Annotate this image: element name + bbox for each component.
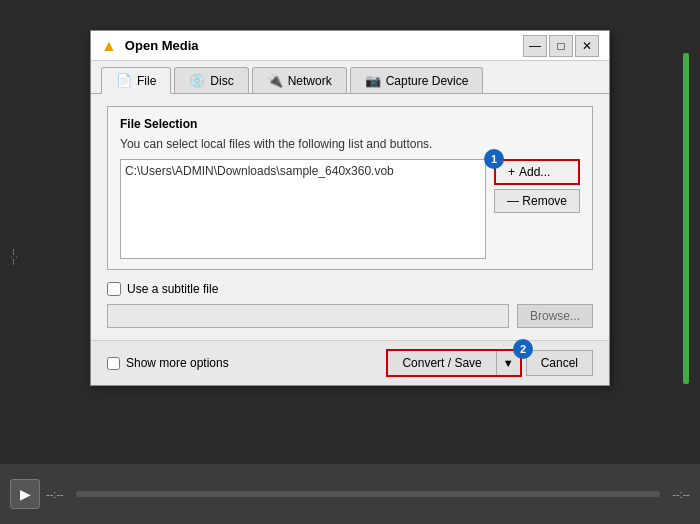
subtitle-label-text: Use a subtitle file xyxy=(127,282,218,296)
vlc-dialog-icon: ▲ xyxy=(101,37,117,55)
show-more-text: Show more options xyxy=(126,356,229,370)
file-area: C:\Users\ADMIN\Downloads\sample_640x360.… xyxy=(120,159,580,259)
open-media-dialog: ▲ Open Media — □ ✕ 📄 File 💿 Disc 🔌 Netwo… xyxy=(90,30,610,386)
show-more-options-label[interactable]: Show more options xyxy=(107,356,386,370)
progress-bar[interactable] xyxy=(76,491,661,497)
cancel-button[interactable]: Cancel xyxy=(526,350,593,376)
time-display-total: --:-- xyxy=(672,488,690,500)
subtitle-file-input[interactable] xyxy=(107,304,509,328)
tab-disc[interactable]: 💿 Disc xyxy=(174,67,248,93)
file-selection-group: File Selection You can select local file… xyxy=(107,106,593,270)
file-buttons: 1 + Add... — Remove xyxy=(494,159,580,213)
file-selection-label: File Selection xyxy=(120,117,580,131)
dialog-minimize-button[interactable]: — xyxy=(523,35,547,57)
remove-button[interactable]: — Remove xyxy=(494,189,580,213)
bottom-buttons: 2 Convert / Save ▼ Cancel xyxy=(386,349,593,377)
badge-2: 2 xyxy=(513,339,533,359)
tab-disc-label: Disc xyxy=(210,74,233,88)
tab-file-label: File xyxy=(137,74,156,88)
dialog-maximize-button[interactable]: □ xyxy=(549,35,573,57)
vlc-bottom-bar: ▶ --:-- --:-- xyxy=(0,464,700,524)
volume-indicator xyxy=(683,53,689,384)
file-list[interactable]: C:\Users\ADMIN\Downloads\sample_640x360.… xyxy=(120,159,486,259)
subtitle-checkbox[interactable] xyxy=(107,282,121,296)
file-list-item: C:\Users\ADMIN\Downloads\sample_640x360.… xyxy=(125,164,481,178)
dialog-title: Open Media xyxy=(125,38,523,53)
dialog-content: File Selection You can select local file… xyxy=(91,94,609,340)
vlc-right-panel xyxy=(672,50,700,464)
disc-tab-icon: 💿 xyxy=(189,73,205,88)
tab-network-label: Network xyxy=(288,74,332,88)
tab-capture-label: Capture Device xyxy=(386,74,469,88)
browse-button[interactable]: Browse... xyxy=(517,304,593,328)
remove-button-label: — Remove xyxy=(507,194,567,208)
subtitle-section: Use a subtitle file xyxy=(107,282,593,296)
add-icon: + xyxy=(508,165,515,179)
badge-1: 1 xyxy=(484,149,504,169)
convert-save-group: Convert / Save ▼ xyxy=(386,349,521,377)
file-selection-description: You can select local files with the foll… xyxy=(120,137,580,151)
dialog-titlebar: ▲ Open Media — □ ✕ xyxy=(91,31,609,61)
tab-file[interactable]: 📄 File xyxy=(101,67,171,94)
play-button[interactable]: ▶ xyxy=(10,479,40,509)
file-tab-icon: 📄 xyxy=(116,73,132,88)
tab-network[interactable]: 🔌 Network xyxy=(252,67,347,93)
capture-tab-icon: 📷 xyxy=(365,73,381,88)
dialog-bottom: Show more options 2 Convert / Save ▼ Can… xyxy=(91,340,609,385)
add-button[interactable]: + Add... xyxy=(494,159,580,185)
network-tab-icon: 🔌 xyxy=(267,73,283,88)
left-indicator: --:-- xyxy=(9,249,20,265)
add-button-label: Add... xyxy=(519,165,550,179)
subtitle-checkbox-label[interactable]: Use a subtitle file xyxy=(107,282,218,296)
dialog-close-button[interactable]: ✕ xyxy=(575,35,599,57)
show-more-checkbox[interactable] xyxy=(107,357,120,370)
time-display: --:-- xyxy=(46,488,64,500)
vlc-left-panel: --:-- xyxy=(0,50,28,464)
tabs-container: 📄 File 💿 Disc 🔌 Network 📷 Capture Device xyxy=(91,61,609,94)
subtitle-file-row: Browse... xyxy=(107,304,593,328)
tab-capture-device[interactable]: 📷 Capture Device xyxy=(350,67,484,93)
convert-save-button[interactable]: Convert / Save xyxy=(388,351,496,375)
